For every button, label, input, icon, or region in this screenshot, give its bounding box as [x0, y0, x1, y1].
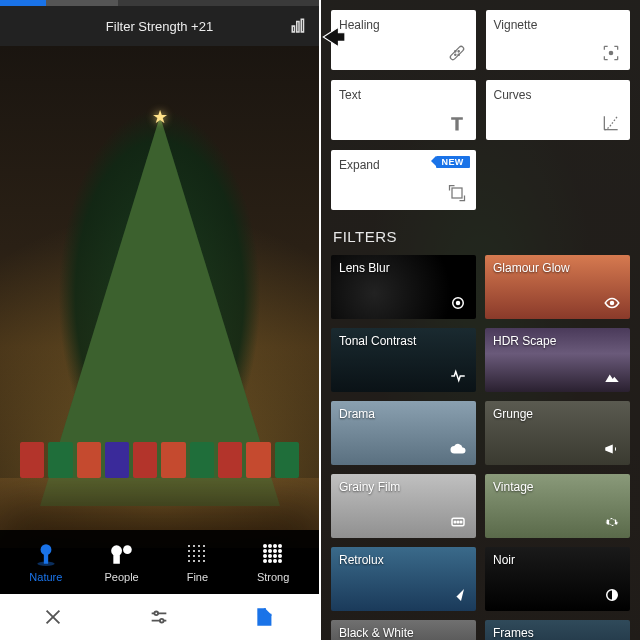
filter-label: HDR Scape	[493, 334, 556, 348]
svg-point-48	[609, 51, 612, 54]
mountains-icon	[602, 366, 622, 386]
vignette-icon	[600, 42, 622, 64]
filters-header: FILTERS	[333, 228, 628, 245]
people-icon	[109, 541, 135, 567]
filter-grainy[interactable]: Grainy Film	[331, 474, 476, 538]
svg-point-45	[458, 54, 459, 55]
expand-icon	[446, 182, 468, 204]
style-nature[interactable]: Nature	[16, 541, 76, 583]
filter-label: Grunge	[493, 407, 533, 421]
adjust-sliders-button[interactable]	[139, 597, 179, 637]
filter-label: Frames	[493, 626, 534, 640]
filter-label: Noir	[493, 553, 515, 567]
filter-tonal[interactable]: Tonal Contrast	[331, 328, 476, 392]
svg-point-30	[268, 549, 272, 553]
style-people[interactable]: People	[92, 541, 152, 583]
svg-point-6	[111, 545, 122, 556]
svg-point-38	[268, 559, 272, 563]
svg-rect-43	[449, 45, 464, 60]
svg-point-27	[273, 544, 277, 548]
photo-preview[interactable]: ★	[0, 46, 319, 548]
bottom-toolbar	[0, 594, 319, 640]
svg-point-7	[123, 545, 132, 554]
tool-label: Healing	[339, 18, 468, 32]
gift-box	[218, 442, 242, 478]
filter-glow[interactable]: Glamour Glow	[485, 255, 630, 319]
svg-point-31	[273, 549, 277, 553]
tool-curves[interactable]: Curves	[486, 80, 631, 140]
styles-button[interactable]	[246, 597, 286, 637]
svg-point-55	[457, 521, 459, 523]
tool-healing[interactable]: Healing	[331, 10, 476, 70]
filter-drama[interactable]: Drama	[331, 401, 476, 465]
tool-label: Curves	[494, 88, 623, 102]
tools-filters-panel: Healing Vignette Text Curves Expand NEW …	[321, 0, 640, 640]
svg-point-23	[198, 560, 200, 562]
filter-bw[interactable]: Black & White	[331, 620, 476, 640]
filter-frames[interactable]: Frames	[485, 620, 630, 640]
light-leak-icon	[448, 585, 468, 605]
gift-box	[20, 442, 44, 478]
svg-point-46	[458, 51, 459, 52]
svg-rect-0	[292, 26, 294, 32]
svg-point-9	[188, 545, 190, 547]
editor-panel: Filter Strength +21 ★ Nature People Fine…	[0, 0, 319, 640]
tool-vignette[interactable]: Vignette	[486, 10, 631, 70]
filter-label: Glamour Glow	[493, 261, 570, 275]
gift-box	[133, 442, 157, 478]
svg-point-52	[610, 301, 615, 306]
style-label: Fine	[187, 571, 208, 583]
pointer-arrow-icon	[320, 24, 346, 50]
tools-scroll[interactable]: Healing Vignette Text Curves Expand NEW …	[321, 0, 640, 640]
filter-vintage[interactable]: Vintage	[485, 474, 630, 538]
tool-label: Text	[339, 88, 468, 102]
gift-box	[246, 442, 270, 478]
svg-point-26	[268, 544, 272, 548]
svg-point-5	[37, 562, 54, 566]
filter-grunge[interactable]: Grunge	[485, 401, 630, 465]
gift-box	[77, 442, 101, 478]
tool-expand[interactable]: Expand NEW	[331, 150, 476, 210]
filter-grid: Lens Blur Glamour Glow Tonal Contrast HD…	[331, 255, 630, 640]
svg-point-17	[188, 555, 190, 557]
svg-point-33	[263, 554, 267, 558]
filter-noir[interactable]: Noir	[485, 547, 630, 611]
svg-point-22	[193, 560, 195, 562]
filter-hdr[interactable]: HDR Scape	[485, 328, 630, 392]
nature-icon	[33, 541, 59, 567]
style-fine[interactable]: Fine	[167, 541, 227, 583]
style-strong[interactable]: Strong	[243, 541, 303, 583]
svg-point-12	[203, 545, 205, 547]
histogram-icon[interactable]	[287, 14, 311, 38]
svg-point-20	[203, 555, 205, 557]
svg-point-11	[198, 545, 200, 547]
strength-bar[interactable]: Filter Strength +21	[0, 6, 319, 46]
svg-rect-2	[301, 19, 303, 32]
svg-rect-8	[113, 555, 120, 564]
svg-rect-49	[452, 188, 462, 198]
svg-point-47	[454, 54, 455, 55]
style-label: Strong	[257, 571, 289, 583]
svg-point-34	[268, 554, 272, 558]
gift-box	[275, 442, 299, 478]
strength-label: Filter Strength +21	[0, 19, 319, 34]
svg-rect-1	[297, 22, 299, 33]
svg-point-15	[198, 550, 200, 552]
bandage-icon	[446, 42, 468, 64]
svg-point-36	[278, 554, 282, 558]
curves-icon	[600, 112, 622, 134]
film-icon	[448, 512, 468, 532]
pulse-icon	[448, 366, 468, 386]
svg-point-28	[278, 544, 282, 548]
tool-text[interactable]: Text	[331, 80, 476, 140]
close-button[interactable]	[33, 597, 73, 637]
noir-icon	[602, 585, 622, 605]
svg-point-37	[263, 559, 267, 563]
filter-lensblur[interactable]: Lens Blur	[331, 255, 476, 319]
svg-point-40	[278, 559, 282, 563]
new-badge: NEW	[436, 156, 470, 168]
gift-box	[190, 442, 214, 478]
filter-retro[interactable]: Retrolux	[331, 547, 476, 611]
svg-point-54	[454, 521, 456, 523]
svg-point-13	[188, 550, 190, 552]
